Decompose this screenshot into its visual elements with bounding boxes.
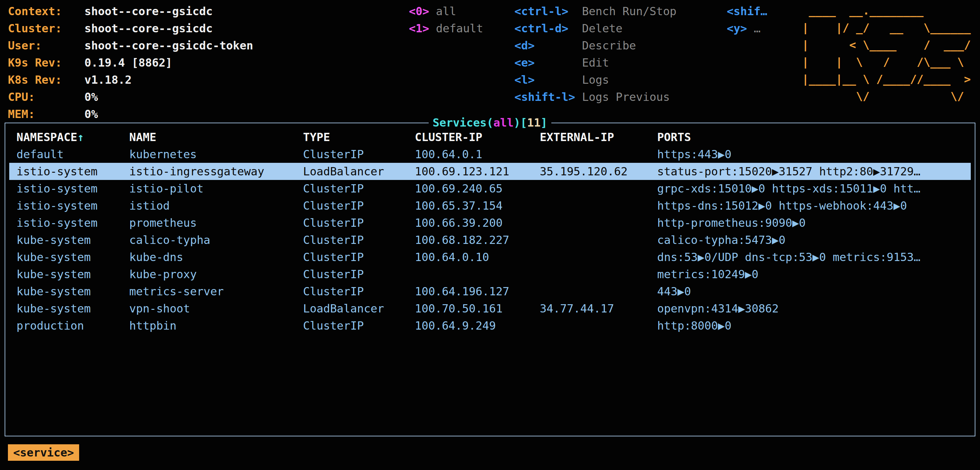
namespace-shortcut-all[interactable]: <0>all bbox=[409, 3, 483, 20]
hotkey-key-shif[interactable]: <shif… bbox=[727, 3, 767, 20]
cell-type: LoadBalancer bbox=[303, 300, 415, 317]
cell-cluster-ip: 100.68.182.227 bbox=[415, 231, 540, 249]
cell-name: metrics-server bbox=[129, 283, 303, 300]
table-row[interactable]: production httpbin ClusterIP 100.64.9.24… bbox=[9, 317, 971, 334]
cell-type: ClusterIP bbox=[303, 317, 415, 334]
cell-external-ip bbox=[540, 180, 657, 197]
table-row[interactable]: istio-system prometheus ClusterIP 100.66… bbox=[9, 214, 971, 231]
cluster-info: Context:shoot--core--gsicdc Cluster:shoo… bbox=[8, 3, 253, 122]
title-prefix: Services( bbox=[433, 116, 493, 129]
hotkey-logs-previous[interactable]: <shift-l>Logs Previous bbox=[514, 88, 677, 105]
cell-cluster-ip: 100.66.39.200 bbox=[415, 214, 540, 231]
table-row[interactable]: default kubernetes ClusterIP 100.64.0.1 … bbox=[9, 146, 971, 163]
cell-cluster-ip: 100.64.9.249 bbox=[415, 317, 540, 334]
table-row[interactable]: kube-system kube-proxy ClusterIP metrics… bbox=[9, 266, 971, 283]
cell-name: prometheus bbox=[129, 214, 303, 231]
k9s-terminal: Context:shoot--core--gsicdc Cluster:shoo… bbox=[0, 0, 980, 470]
context-line: Context:shoot--core--gsicdc bbox=[8, 3, 253, 20]
hotkey-logs[interactable]: <l>Logs bbox=[514, 71, 677, 88]
hotkey-bench[interactable]: <ctrl-l>Bench Run/Stop bbox=[514, 3, 677, 20]
hotkey-key-ctrl-l[interactable]: <ctrl-l> bbox=[514, 3, 582, 20]
sort-ascending-icon: ↑ bbox=[77, 130, 84, 144]
cell-namespace: kube-system bbox=[16, 249, 129, 266]
table-row-selected[interactable]: istio-system istio-ingressgateway LoadBa… bbox=[9, 163, 971, 180]
hotkey-key-y[interactable]: <y> bbox=[727, 20, 754, 37]
column-header-namespace[interactable]: NAMESPACE↑ bbox=[16, 129, 129, 146]
table-row[interactable]: kube-system vpn-shoot LoadBalancer 100.7… bbox=[9, 300, 971, 317]
cell-name: calico-typha bbox=[129, 231, 303, 249]
hotkey-key-ctrl-d[interactable]: <ctrl-d> bbox=[514, 20, 582, 37]
cell-ports: metrics:10249▶0 bbox=[657, 266, 971, 283]
cell-ports: 443▶0 bbox=[657, 283, 971, 300]
hotkey-label-describe: Describe bbox=[582, 39, 636, 52]
hotkey-key-l[interactable]: <l> bbox=[514, 71, 582, 88]
hotkey-label-y: … bbox=[754, 22, 760, 35]
user-line: User:shoot--core--gsicdc-token bbox=[8, 37, 253, 54]
truncated-hotkeys: <shif… <y>… bbox=[727, 3, 767, 37]
hotkey-delete[interactable]: <ctrl-d>Delete bbox=[514, 20, 677, 37]
cell-external-ip bbox=[540, 249, 657, 266]
hotkey-y-truncated[interactable]: <y>… bbox=[727, 20, 767, 37]
column-header-external-ip[interactable]: EXTERNAL-IP bbox=[540, 129, 657, 146]
cell-ports: calico-typha:5473▶0 bbox=[657, 231, 971, 249]
breadcrumb-service[interactable]: <service> bbox=[8, 444, 79, 461]
hotkey-describe[interactable]: <d>Describe bbox=[514, 37, 677, 54]
table-row[interactable]: kube-system metrics-server ClusterIP 100… bbox=[9, 283, 971, 300]
cell-namespace: kube-system bbox=[16, 266, 129, 283]
title-count: 11 bbox=[527, 116, 541, 129]
cell-name: istio-pilot bbox=[129, 180, 303, 197]
cluster-line: Cluster:shoot--core--gsicdc bbox=[8, 20, 253, 37]
cell-name: istio-ingressgateway bbox=[129, 163, 303, 180]
cell-external-ip: 34.77.44.17 bbox=[540, 300, 657, 317]
hotkey-shif-truncated[interactable]: <shif… bbox=[727, 3, 767, 20]
table-row[interactable]: istio-system istiod ClusterIP 100.65.37.… bbox=[9, 197, 971, 214]
logo-line: | | \ / /\___ \ bbox=[802, 53, 971, 70]
cell-name: istiod bbox=[129, 197, 303, 214]
cell-type: ClusterIP bbox=[303, 231, 415, 249]
hotkey-key-e[interactable]: <e> bbox=[514, 54, 582, 71]
context-value: shoot--core--gsicdc bbox=[84, 5, 213, 18]
table-row[interactable]: kube-system calico-typha ClusterIP 100.6… bbox=[9, 231, 971, 249]
column-header-name[interactable]: NAME bbox=[129, 129, 303, 146]
cell-name: kubernetes bbox=[129, 146, 303, 163]
cell-external-ip bbox=[540, 214, 657, 231]
column-header-type[interactable]: TYPE bbox=[303, 129, 415, 146]
cell-namespace: istio-system bbox=[16, 180, 129, 197]
cell-external-ip: 35.195.120.62 bbox=[540, 163, 657, 180]
namespace-key-1[interactable]: <1> bbox=[409, 20, 436, 37]
cell-cluster-ip: 100.65.37.154 bbox=[415, 197, 540, 214]
cell-cluster-ip: 100.69.123.121 bbox=[415, 163, 540, 180]
cell-cluster-ip: 100.69.240.65 bbox=[415, 180, 540, 197]
cell-external-ip bbox=[540, 146, 657, 163]
cluster-value: shoot--core--gsicdc bbox=[84, 22, 213, 35]
logo-line: |____|__ \ /____//____ > bbox=[802, 70, 971, 88]
namespace-label-default: default bbox=[436, 22, 483, 35]
namespace-key-0[interactable]: <0> bbox=[409, 3, 436, 20]
k9s-rev-label: K9s Rev: bbox=[8, 54, 84, 71]
cell-type: ClusterIP bbox=[303, 266, 415, 283]
cell-namespace: kube-system bbox=[16, 231, 129, 249]
hotkey-key-d[interactable]: <d> bbox=[514, 37, 582, 54]
column-header-ports[interactable]: PORTS bbox=[657, 129, 971, 146]
cell-namespace: production bbox=[16, 317, 129, 334]
namespace-shortcut-default[interactable]: <1>default bbox=[409, 20, 483, 37]
cell-name: kube-proxy bbox=[129, 266, 303, 283]
cell-namespace: istio-system bbox=[16, 163, 129, 180]
user-value: shoot--core--gsicdc-token bbox=[84, 39, 253, 52]
cell-ports: https:443▶0 bbox=[657, 146, 971, 163]
k9s-logo: ____ __.________ | |/ _/ __ \______ | < … bbox=[802, 2, 971, 105]
cell-cluster-ip: 100.64.0.1 bbox=[415, 146, 540, 163]
cell-name: kube-dns bbox=[129, 249, 303, 266]
user-label: User: bbox=[8, 37, 84, 54]
table-title: Services(all)[11] bbox=[429, 114, 551, 131]
action-hotkeys: <ctrl-l>Bench Run/Stop <ctrl-d>Delete <d… bbox=[514, 3, 677, 105]
k8s-rev-value: v1.18.2 bbox=[84, 73, 132, 86]
logo-line: \/ \/ bbox=[802, 88, 971, 105]
hotkey-edit[interactable]: <e>Edit bbox=[514, 54, 677, 71]
table-row[interactable]: istio-system istio-pilot ClusterIP 100.6… bbox=[9, 180, 971, 197]
hotkey-label-delete: Delete bbox=[582, 22, 622, 35]
hotkey-key-shift-l[interactable]: <shift-l> bbox=[514, 88, 582, 105]
title-suffix: ] bbox=[541, 116, 547, 129]
cell-cluster-ip: 100.70.50.161 bbox=[415, 300, 540, 317]
table-row[interactable]: kube-system kube-dns ClusterIP 100.64.0.… bbox=[9, 249, 971, 266]
